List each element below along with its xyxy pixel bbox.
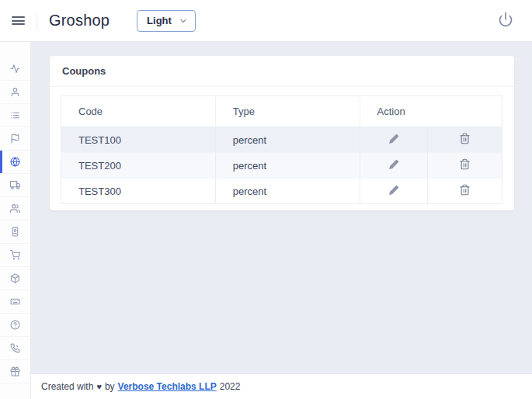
- table-row: TEST200 percent: [61, 153, 502, 179]
- delete-button[interactable]: [457, 182, 472, 200]
- theme-select-value: Light: [147, 15, 172, 26]
- company-link[interactable]: Verbose Techlabs LLP: [118, 381, 217, 392]
- pencil-icon: [388, 133, 400, 147]
- sidebar-item-truck[interactable]: [0, 174, 30, 197]
- sidebar-item-user[interactable]: [0, 81, 30, 104]
- flag-icon: [10, 134, 20, 144]
- table-row: TEST300 percent: [61, 179, 502, 204]
- gift-icon: [10, 366, 20, 376]
- app-title: Groshop: [49, 12, 110, 29]
- sidebar: [0, 42, 31, 399]
- column-header-code: Code: [61, 96, 216, 127]
- table-header-row: Code Type Action: [61, 96, 502, 127]
- phone-icon: [10, 343, 20, 353]
- heart-icon: ♥: [96, 382, 102, 391]
- delete-button[interactable]: [457, 157, 472, 174]
- coupon-type: percent: [215, 127, 360, 153]
- sidebar-item-package[interactable]: [0, 267, 30, 290]
- sidebar-item-list[interactable]: [0, 104, 30, 127]
- main-content: Coupons Code Type Action TEST100 percent: [31, 42, 532, 373]
- top-bar: Groshop Light: [0, 0, 532, 42]
- power-icon: [498, 12, 513, 30]
- user-icon: [10, 87, 20, 97]
- delete-cell: [428, 153, 502, 179]
- trash-icon: [459, 184, 471, 198]
- sidebar-item-keyboard[interactable]: [0, 290, 30, 314]
- sidebar-item-globe-active[interactable]: [0, 151, 30, 174]
- trash-icon: [459, 133, 471, 147]
- sidebar-item-gift[interactable]: [0, 360, 30, 383]
- edit-button[interactable]: [386, 157, 402, 175]
- trash-icon: [459, 158, 471, 172]
- footer-text-prefix: Created with: [41, 381, 93, 392]
- coupon-code: TEST200: [61, 153, 216, 179]
- chevron-down-icon: [179, 16, 188, 26]
- menu-button[interactable]: [0, 14, 37, 26]
- pencil-icon: [388, 158, 400, 173]
- coupon-code: TEST300: [61, 179, 216, 204]
- activity-icon: [10, 64, 20, 74]
- edit-button[interactable]: [386, 182, 402, 200]
- sidebar-item-activity[interactable]: [0, 57, 30, 81]
- id-badge-icon: [10, 227, 20, 237]
- coupons-table-area: Code Type Action TEST100 percent: [61, 95, 502, 204]
- coupons-table: Code Type Action TEST100 percent: [61, 95, 502, 204]
- users-icon: [10, 203, 20, 213]
- column-header-type: Type: [215, 96, 360, 127]
- edit-cell: [360, 179, 427, 204]
- sidebar-item-phone[interactable]: [0, 337, 30, 360]
- cart-icon: [10, 250, 20, 260]
- logout-button[interactable]: [498, 12, 513, 30]
- sidebar-item-flag[interactable]: [0, 127, 30, 151]
- delete-button[interactable]: [457, 131, 472, 148]
- footer-year: 2022: [220, 381, 241, 392]
- menu-icon: [12, 14, 25, 26]
- pencil-icon: [388, 184, 400, 199]
- card-header: Coupons: [50, 56, 514, 87]
- coupon-code: TEST100: [61, 127, 216, 153]
- globe-icon: [10, 157, 20, 167]
- delete-cell: [428, 127, 502, 153]
- coupon-type: percent: [215, 153, 360, 179]
- package-icon: [10, 273, 20, 283]
- edit-cell: [360, 153, 427, 179]
- list-icon: [10, 110, 20, 120]
- keyboard-icon: [10, 297, 20, 307]
- coupons-card: Coupons Code Type Action TEST100 percent: [50, 56, 514, 210]
- sidebar-item-id-badge[interactable]: [0, 220, 30, 244]
- edit-cell: [360, 127, 427, 153]
- delete-cell: [428, 179, 502, 204]
- table-row: TEST100 percent: [61, 127, 502, 153]
- help-circle-icon: [10, 320, 20, 330]
- truck-icon: [10, 180, 20, 190]
- sidebar-item-users[interactable]: [0, 197, 30, 220]
- theme-select[interactable]: Light: [137, 10, 196, 32]
- topbar-divider: [37, 12, 37, 29]
- edit-button[interactable]: [386, 131, 402, 149]
- card-title: Coupons: [62, 65, 106, 77]
- footer-text-by: by: [105, 381, 115, 392]
- column-header-action: Action: [360, 96, 502, 127]
- sidebar-item-cart[interactable]: [0, 244, 30, 267]
- sidebar-item-help[interactable]: [0, 314, 30, 337]
- coupon-type: percent: [215, 179, 360, 204]
- footer: Created with ♥ by Verbose Techlabs LLP 2…: [31, 373, 532, 399]
